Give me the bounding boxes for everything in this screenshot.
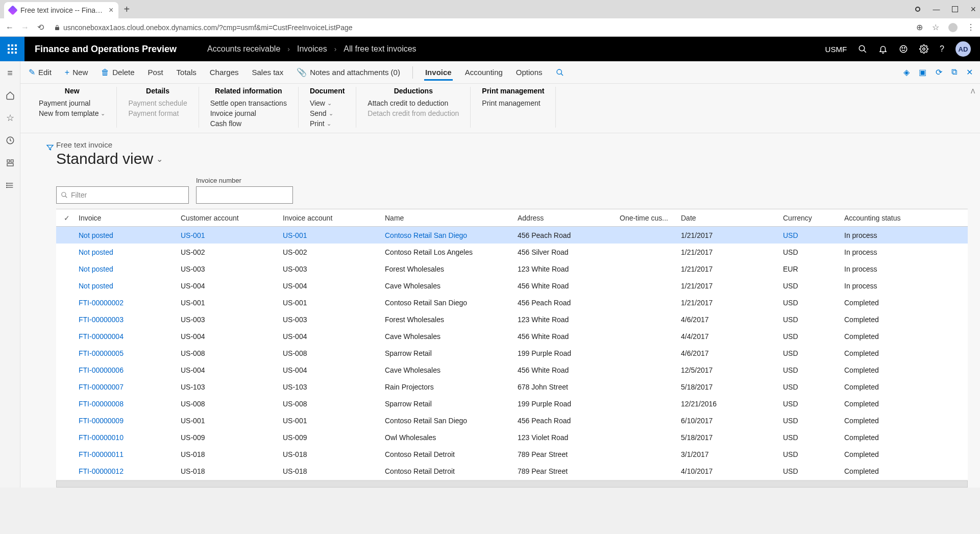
table-row[interactable]: FTI-00000006US-004US-004Cave Wholesales4…: [56, 361, 968, 378]
rail-home-icon[interactable]: [5, 90, 16, 101]
col-header-one-time-customer[interactable]: One-time cus...: [616, 214, 677, 222]
cell-address[interactable]: 678 John Street: [513, 383, 616, 391]
cell-name[interactable]: Contoso Retail San Diego: [381, 231, 513, 239]
grid-body[interactable]: Not postedUS-001US-001Contoso Retail San…: [56, 227, 968, 479]
cell-customer-account[interactable]: US-103: [177, 383, 279, 391]
cell-name[interactable]: Sparrow Retail: [381, 349, 513, 357]
cell-status[interactable]: Completed: [840, 299, 942, 307]
cell-customer-account[interactable]: US-003: [177, 265, 279, 273]
cell-invoice[interactable]: FTI-00000005: [75, 349, 177, 357]
col-header-invoice-account[interactable]: Invoice account: [279, 214, 381, 222]
cell-invoice-account[interactable]: US-018: [279, 467, 381, 475]
post-button[interactable]: Post: [147, 64, 164, 81]
cell-address[interactable]: 789 Pear Street: [513, 450, 616, 458]
cell-invoice[interactable]: Not posted: [75, 248, 177, 256]
cell-invoice[interactable]: FTI-00000007: [75, 383, 177, 391]
cell-invoice-account[interactable]: US-003: [279, 315, 381, 324]
office-icon[interactable]: ▣: [919, 67, 926, 77]
cell-date[interactable]: 4/6/2017: [677, 315, 779, 324]
table-row[interactable]: FTI-00000004US-004US-004Cave Wholesales4…: [56, 328, 968, 345]
cell-currency[interactable]: USD: [779, 332, 840, 341]
cell-address[interactable]: 456 White Road: [513, 282, 616, 290]
cell-address[interactable]: 199 Purple Road: [513, 400, 616, 408]
refresh-icon[interactable]: ⟳: [936, 67, 942, 77]
col-header-invoice[interactable]: Invoice: [75, 214, 177, 222]
cell-invoice[interactable]: Not posted: [75, 265, 177, 273]
cell-date[interactable]: 1/21/2017: [677, 231, 779, 239]
cell-name[interactable]: Owl Wholesales: [381, 433, 513, 442]
view-selector[interactable]: Standard view ⌄: [56, 150, 968, 167]
cell-address[interactable]: 456 Peach Road: [513, 299, 616, 307]
cell-currency[interactable]: USD: [779, 450, 840, 458]
maximize-icon[interactable]: [952, 6, 958, 12]
cell-invoice[interactable]: FTI-00000012: [75, 467, 177, 475]
cell-customer-account[interactable]: US-008: [177, 349, 279, 357]
delete-button[interactable]: 🗑Delete: [100, 64, 135, 81]
cell-currency[interactable]: USD: [779, 433, 840, 442]
avatar[interactable]: AD: [955, 41, 971, 57]
cell-date[interactable]: 5/18/2017: [677, 433, 779, 442]
col-header-accounting-status[interactable]: Accounting status: [840, 214, 942, 222]
cell-name[interactable]: Sparrow Retail: [381, 400, 513, 408]
table-row[interactable]: Not postedUS-003US-003Forest Wholesales1…: [56, 260, 968, 277]
cell-date[interactable]: 5/18/2017: [677, 383, 779, 391]
cell-name[interactable]: Contoso Retail Detroit: [381, 467, 513, 475]
cell-customer-account[interactable]: US-004: [177, 366, 279, 374]
table-row[interactable]: FTI-00000007US-103US-103Rain Projectors6…: [56, 378, 968, 395]
cell-date[interactable]: 1/21/2017: [677, 265, 779, 273]
url-box[interactable]: usnconeboxax1aos.cloud.onebox.dynamics.c…: [51, 23, 910, 32]
cell-name[interactable]: Cave Wholesales: [381, 332, 513, 341]
cell-date[interactable]: 4/4/2017: [677, 332, 779, 341]
edit-button[interactable]: ✎Edit: [28, 63, 53, 81]
popout-icon[interactable]: ⧉: [951, 67, 957, 77]
cell-invoice-account[interactable]: US-001: [279, 417, 381, 425]
collapse-ribbon-icon[interactable]: ᐱ: [971, 88, 975, 95]
cell-invoice-account[interactable]: US-004: [279, 332, 381, 341]
breadcrumb-item[interactable]: All free text invoices: [344, 44, 416, 54]
cell-address[interactable]: 456 White Road: [513, 332, 616, 341]
cell-status[interactable]: Completed: [840, 349, 942, 357]
menu-icon[interactable]: ⋮: [967, 22, 975, 32]
quick-filter-input[interactable]: Filter: [56, 186, 189, 204]
cell-status[interactable]: Completed: [840, 383, 942, 391]
cell-invoice-account[interactable]: US-003: [279, 265, 381, 273]
charges-button[interactable]: Charges: [209, 64, 240, 81]
cell-status[interactable]: Completed: [840, 450, 942, 458]
attach-credit-button[interactable]: Attach credit to deduction: [368, 99, 459, 107]
tab-options[interactable]: Options: [515, 64, 544, 81]
minimize-icon[interactable]: —: [933, 5, 940, 13]
cell-status[interactable]: In process: [840, 231, 942, 239]
cell-status[interactable]: Completed: [840, 417, 942, 425]
search-action-icon[interactable]: [555, 64, 565, 81]
cell-address[interactable]: 456 White Road: [513, 366, 616, 374]
cell-invoice-account[interactable]: US-018: [279, 450, 381, 458]
browser-tab[interactable]: Free text invoice -- Fina… ×: [4, 2, 118, 18]
cell-address[interactable]: 456 Peach Road: [513, 417, 616, 425]
cell-status[interactable]: Completed: [840, 315, 942, 324]
cell-date[interactable]: 4/10/2017: [677, 467, 779, 475]
tab-invoice[interactable]: Invoice: [424, 64, 453, 81]
new-from-template-button[interactable]: New from template ⌄: [39, 109, 105, 117]
cell-currency[interactable]: USD: [779, 349, 840, 357]
cell-customer-account[interactable]: US-018: [177, 467, 279, 475]
table-row[interactable]: FTI-00000011US-018US-018Contoso Retail D…: [56, 446, 968, 463]
cell-invoice[interactable]: FTI-00000009: [75, 417, 177, 425]
cell-customer-account[interactable]: US-009: [177, 433, 279, 442]
cell-invoice-account[interactable]: US-001: [279, 299, 381, 307]
cell-status[interactable]: Completed: [840, 433, 942, 442]
print-button[interactable]: Print ⌄: [310, 119, 345, 128]
breadcrumb-item[interactable]: Accounts receivable: [207, 44, 280, 54]
cell-address[interactable]: 456 Silver Road: [513, 248, 616, 256]
star-icon[interactable]: ☆: [932, 22, 939, 32]
cell-currency[interactable]: USD: [779, 282, 840, 290]
cell-invoice[interactable]: Not posted: [75, 282, 177, 290]
totals-button[interactable]: Totals: [176, 64, 198, 81]
cell-address[interactable]: 789 Pear Street: [513, 467, 616, 475]
rail-workspaces-icon[interactable]: [5, 157, 16, 168]
cell-currency[interactable]: USD: [779, 299, 840, 307]
table-row[interactable]: Not postedUS-002US-002Contoso Retail Los…: [56, 244, 968, 260]
cell-date[interactable]: 1/21/2017: [677, 299, 779, 307]
cell-address[interactable]: 123 White Road: [513, 265, 616, 273]
cell-date[interactable]: 4/6/2017: [677, 349, 779, 357]
rail-recent-icon[interactable]: [5, 135, 16, 146]
